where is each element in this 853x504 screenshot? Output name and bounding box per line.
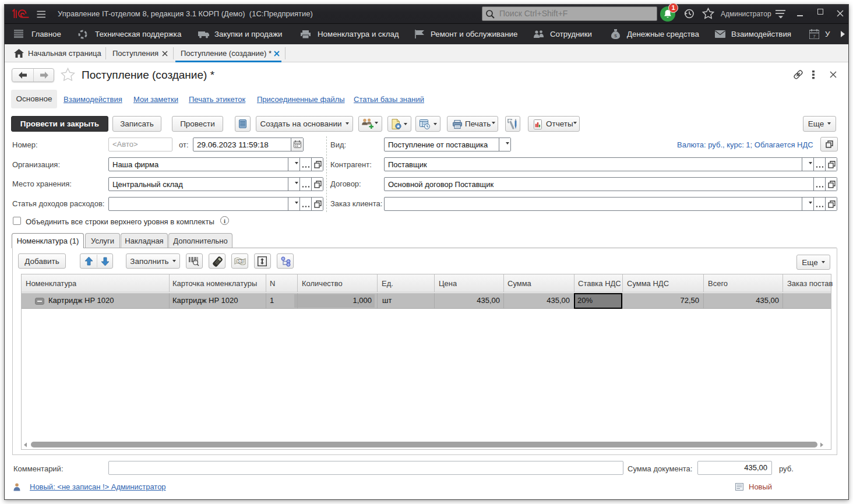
svg-text:7: 7	[813, 34, 816, 39]
svg-text:s: s	[614, 33, 617, 38]
